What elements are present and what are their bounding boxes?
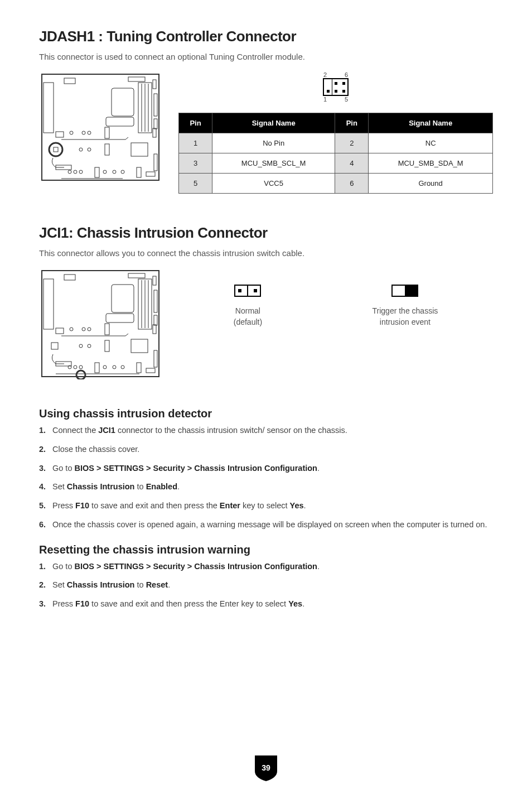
- svg-point-53: [70, 328, 73, 331]
- svg-point-31: [103, 170, 107, 174]
- svg-point-55: [88, 328, 91, 331]
- svg-rect-2: [128, 77, 145, 81]
- svg-point-73: [76, 370, 85, 379]
- svg-rect-43: [112, 285, 134, 312]
- svg-rect-68: [95, 363, 99, 373]
- jumper-open-icon: [234, 285, 261, 297]
- pin-label: 2: [323, 71, 327, 78]
- svg-rect-12: [43, 83, 54, 133]
- table-row: 1 No Pin 2 NC: [179, 133, 493, 153]
- jdash-pin-diagram: 2 6 1 5: [178, 71, 493, 103]
- reset-steps: Go to BIOS > SETTINGS > Security > Chass…: [39, 561, 493, 610]
- svg-rect-50: [106, 314, 134, 323]
- list-item: Close the chassis cover.: [39, 444, 493, 456]
- svg-rect-11: [106, 117, 134, 126]
- svg-point-66: [74, 365, 77, 369]
- svg-rect-56: [105, 324, 109, 335]
- table-header: Signal Name: [212, 113, 335, 133]
- svg-rect-30: [95, 167, 99, 177]
- table-row: 3 MCU_SMB_SCL_M 4 MCU_SMB_SDA_M: [179, 153, 493, 174]
- svg-point-28: [74, 170, 77, 174]
- svg-rect-77: [154, 350, 157, 367]
- page-number-badge: 39: [254, 754, 278, 782]
- svg-point-27: [68, 170, 71, 174]
- svg-rect-72: [137, 363, 141, 373]
- table-header: Pin: [335, 113, 369, 133]
- svg-rect-51: [43, 279, 54, 329]
- svg-rect-10: [154, 119, 157, 129]
- svg-point-61: [88, 344, 91, 348]
- svg-rect-17: [105, 127, 109, 138]
- jumper-closed-icon: [391, 285, 418, 297]
- svg-point-33: [121, 170, 124, 174]
- svg-rect-59: [51, 343, 58, 349]
- svg-rect-4: [112, 88, 134, 116]
- pin-label: 1: [323, 96, 327, 103]
- list-item: Set Chassis Intrusion to Enabled.: [39, 481, 493, 493]
- svg-point-69: [103, 365, 107, 369]
- svg-rect-76: [153, 325, 156, 334]
- svg-rect-38: [154, 154, 157, 171]
- jumper-normal: Normal (default): [234, 285, 262, 328]
- jci-title: JCI1: Chassis Intrusion Connector: [39, 224, 493, 242]
- svg-point-70: [113, 365, 116, 369]
- jumper-label: intrusion event: [373, 317, 438, 328]
- svg-rect-36: [146, 172, 155, 176]
- svg-rect-25: [131, 143, 148, 156]
- svg-rect-9: [154, 94, 157, 116]
- motherboard-diagram-jci: [39, 268, 162, 379]
- jumper-label: Normal: [234, 306, 262, 317]
- list-item: Go to BIOS > SETTINGS > Security > Chass…: [39, 561, 493, 573]
- svg-line-19: [125, 137, 128, 139]
- svg-point-60: [79, 344, 83, 348]
- svg-rect-48: [154, 290, 157, 312]
- svg-point-23: [88, 148, 91, 151]
- svg-rect-13: [56, 132, 64, 137]
- motherboard-diagram-jdash: [39, 71, 162, 183]
- using-steps: Connect the JCI1 connector to the chassi…: [39, 425, 493, 531]
- reset-title: Resetting the chassis intrusion warning: [39, 543, 493, 556]
- svg-point-20: [49, 143, 62, 156]
- pin-label: 5: [345, 96, 348, 103]
- svg-point-71: [121, 365, 124, 369]
- page-number: 39: [262, 763, 270, 772]
- svg-point-15: [82, 131, 85, 134]
- list-item: Press F10 to save and exit and then pres…: [39, 500, 493, 512]
- svg-rect-75: [146, 368, 155, 373]
- jumper-label: (default): [234, 317, 262, 328]
- pin-label: 6: [345, 71, 348, 78]
- svg-rect-40: [64, 275, 75, 280]
- list-item: Press F10 to save and exit and then pres…: [39, 598, 493, 610]
- svg-rect-63: [131, 339, 148, 353]
- svg-rect-37: [153, 128, 156, 137]
- svg-point-67: [79, 365, 83, 369]
- list-item: Set Chassis Intrusion to Reset.: [39, 579, 493, 591]
- svg-point-54: [82, 328, 85, 331]
- svg-point-16: [88, 131, 91, 134]
- svg-point-29: [79, 170, 83, 174]
- svg-rect-3: [153, 80, 156, 89]
- jdash-signal-table: Pin Signal Name Pin Signal Name 1 No Pin…: [178, 113, 493, 194]
- jdash-subtitle: This connector is used to connect an opt…: [39, 52, 493, 61]
- svg-rect-41: [128, 273, 145, 278]
- svg-rect-52: [56, 328, 64, 334]
- table-header: Pin: [179, 113, 212, 133]
- svg-rect-42: [153, 276, 156, 285]
- jumper-label: Trigger the chassis: [373, 306, 438, 317]
- svg-line-58: [125, 334, 128, 336]
- svg-rect-62: [105, 340, 109, 352]
- svg-rect-49: [154, 315, 157, 325]
- svg-point-32: [113, 170, 116, 174]
- using-title: Using chassis intrusion detector: [39, 407, 493, 420]
- table-row: 5 VCC5 6 Ground: [179, 174, 493, 194]
- list-item: Connect the JCI1 connector to the chassi…: [39, 425, 493, 437]
- svg-point-14: [70, 131, 73, 134]
- list-item: Go to BIOS > SETTINGS > Security > Chass…: [39, 463, 493, 475]
- jdash-title: JDASH1 : Tuning Controller Connector: [39, 28, 493, 45]
- table-header: Signal Name: [369, 113, 493, 133]
- svg-point-22: [79, 148, 83, 151]
- jci-subtitle: This connector allows you to connect the…: [39, 248, 493, 258]
- svg-rect-1: [64, 78, 75, 84]
- svg-rect-34: [137, 167, 141, 177]
- jumper-trigger: Trigger the chassis intrusion event: [373, 285, 438, 328]
